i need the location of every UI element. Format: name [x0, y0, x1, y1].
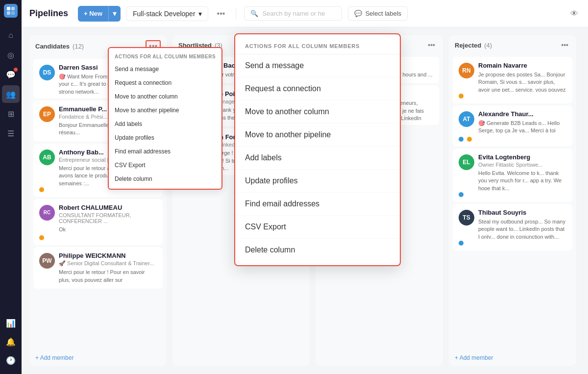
card-thibaut[interactable]: TS Thibaut Souyris Steal my outbound pro…: [453, 204, 572, 250]
list-icon[interactable]: ☰: [2, 125, 20, 142]
small-menu-csv-export[interactable]: CSV Export: [109, 158, 221, 172]
svg-rect-3: [11, 11, 15, 15]
small-context-menu: ACTIONS FOR ALL COLUMN MEMBERS Send a me…: [108, 47, 222, 190]
card-alexandre[interactable]: AT Alexandre Thaur... 🎯 Generate B2B Lea…: [453, 105, 572, 147]
card-labels-alexandre: [459, 137, 566, 142]
big-menu-update-profiles[interactable]: Update profiles: [235, 170, 400, 193]
add-member-rejected[interactable]: + Add member: [449, 349, 576, 366]
card-name-philippe: Philippe WEICKMANN: [59, 252, 157, 259]
column-rejected-actions: •••: [559, 40, 570, 50]
label-badge: [459, 94, 464, 99]
card-philippe[interactable]: PW Philippe WEICKMANN 🚀 Senior Digital C…: [33, 247, 163, 289]
clock-icon[interactable]: 🕐: [2, 351, 20, 369]
card-top: TS Thibaut Souyris Steal my outbound pro…: [459, 209, 566, 239]
svg-rect-1: [11, 7, 15, 10]
message-icon: 💬: [354, 10, 362, 17]
card-title-robert: CONSULTANT FORMATEUR, CONFÉRENCIER ...: [59, 212, 157, 224]
card-name-romain: Romain Navarre: [478, 62, 566, 69]
big-menu-delete-column[interactable]: Delete column: [235, 239, 400, 261]
card-top: RN Romain Navarre Je propose des postes …: [459, 62, 566, 92]
card-info-romain: Romain Navarre Je propose des postes Sa.…: [478, 62, 566, 92]
big-menu-request-connection[interactable]: Request a connection: [235, 77, 400, 100]
avatar-evita: EL: [459, 154, 474, 170]
grid-icon[interactable]: ⊞: [2, 105, 20, 123]
card-info-evita: Evita Logtenberg Owner Fittastic Sportsw…: [478, 153, 566, 190]
big-menu-send-message[interactable]: Send a message: [235, 54, 400, 77]
pipeline-options-icon[interactable]: •••: [214, 7, 228, 20]
avatar-romain: RN: [459, 63, 474, 78]
label-badge-yellow: [467, 137, 472, 142]
avatar-darren: DS: [39, 65, 55, 80]
notification-badge: [14, 68, 18, 72]
card-name-evita: Evita Logtenberg: [478, 153, 566, 161]
pipeline-selector[interactable]: Full-stack Developer ▾: [126, 6, 208, 21]
big-menu-find-email[interactable]: Find email addresses: [235, 193, 400, 216]
view-options-icon[interactable]: 👁: [568, 7, 580, 20]
column-interview-menu-btn[interactable]: •••: [426, 40, 437, 50]
small-menu-delete-column[interactable]: Delete column: [109, 172, 221, 186]
divider: [236, 8, 236, 20]
avatar-robert: RC: [39, 205, 55, 221]
small-menu-move-column[interactable]: Move to another column: [109, 90, 221, 103]
page-title: Pipelines: [29, 8, 68, 19]
big-menu-csv-export[interactable]: CSV Export: [235, 216, 400, 239]
label-badge-blue: [459, 192, 464, 197]
big-context-menu: ACTIONS FOR ALL COLUMN MEMBERS Send a me…: [234, 33, 401, 266]
svg-rect-0: [7, 7, 10, 10]
compass-icon[interactable]: ◎: [2, 46, 20, 64]
card-labels-evita: [459, 192, 566, 197]
card-name-thibaut: Thibaut Souyris: [478, 209, 566, 216]
card-msg-romain: Je propose des postes Sa... Bonjour Roma…: [478, 71, 566, 92]
select-labels-button[interactable]: 💬 Select labels: [348, 6, 408, 21]
small-menu-send-message[interactable]: Send a message: [109, 62, 221, 76]
avatar-emmanuelle: EP: [39, 106, 55, 122]
bell-icon[interactable]: 🔔: [2, 333, 20, 350]
label-badge-blue: [459, 137, 464, 142]
column-rejected-count: (4): [484, 42, 492, 49]
small-menu-move-pipeline[interactable]: Move to another pipeline: [109, 103, 221, 117]
card-msg-alexandre: 🎯 Generate B2B Leads o... Hello Serge, t…: [478, 120, 566, 135]
chart-icon[interactable]: 📊: [2, 314, 20, 332]
card-name-alexandre: Alexandre Thaur...: [478, 110, 566, 118]
new-button[interactable]: + New ▾: [78, 6, 121, 22]
card-top: PW Philippe WEICKMANN 🚀 Senior Digital C…: [39, 252, 157, 284]
column-rejected-label: Rejected: [455, 42, 481, 49]
chevron-down-icon[interactable]: ▾: [109, 6, 121, 22]
small-menu-update-profiles[interactable]: Update profiles: [109, 131, 221, 145]
big-menu-move-column[interactable]: Move to another column: [235, 100, 400, 124]
small-menu-request-connection[interactable]: Request a connection: [109, 76, 221, 90]
small-dropdown-header: ACTIONS FOR ALL COLUMN MEMBERS: [109, 51, 221, 62]
card-msg-philippe: Merci pour le retour ! Pour en savoir pl…: [59, 269, 157, 284]
card-romain[interactable]: RN Romain Navarre Je propose des postes …: [453, 57, 572, 103]
avatar-alexandre: AT: [459, 111, 474, 127]
column-rejected-menu-btn[interactable]: •••: [559, 40, 570, 50]
chat-icon[interactable]: 💬: [2, 66, 20, 83]
card-labels-romain: [459, 94, 566, 99]
card-name-robert: Robert CHALUMEAU: [59, 204, 157, 211]
avatar-thibaut: TS: [459, 210, 474, 225]
card-top: RC Robert CHALUMEAU CONSULTANT FORMATEUR…: [39, 204, 157, 233]
card-evita[interactable]: EL Evita Logtenberg Owner Fittastic Spor…: [453, 149, 572, 202]
card-info-philippe: Philippe WEICKMANN 🚀 Senior Digital Cons…: [59, 252, 157, 284]
avatar-philippe: PW: [39, 253, 55, 269]
add-member-candidates[interactable]: + Add member: [29, 349, 167, 366]
small-menu-add-labels[interactable]: Add labels: [109, 117, 221, 131]
search-placeholder: Search by name or he: [262, 10, 325, 17]
search-box[interactable]: 🔍 Search by name or he: [244, 6, 342, 21]
home-icon[interactable]: ⌂: [2, 26, 20, 44]
card-top: EL Evita Logtenberg Owner Fittastic Spor…: [459, 153, 566, 190]
card-title-evita: Owner Fittastic Sportswe...: [478, 162, 566, 168]
big-dropdown-header: ACTIONS FOR ALL COLUMN MEMBERS: [235, 38, 400, 54]
big-menu-move-pipeline[interactable]: Move to another pipeline: [235, 124, 400, 147]
users-icon[interactable]: 👥: [2, 85, 20, 103]
card-robert[interactable]: RC Robert CHALUMEAU CONSULTANT FORMATEUR…: [33, 199, 163, 245]
small-menu-find-email[interactable]: Find email addresses: [109, 145, 221, 158]
column-rejected-header: Rejected (4) •••: [449, 35, 576, 55]
label-badge-yellow: [39, 187, 44, 192]
big-menu-add-labels[interactable]: Add labels: [235, 147, 400, 170]
label-badge-blue: [459, 241, 464, 246]
card-top: AT Alexandre Thaur... 🎯 Generate B2B Lea…: [459, 110, 566, 135]
label-badge-yellow: [39, 235, 44, 240]
card-info-thibaut: Thibaut Souyris Steal my outbound prosp.…: [478, 209, 566, 239]
new-button-label[interactable]: + New: [78, 6, 109, 22]
